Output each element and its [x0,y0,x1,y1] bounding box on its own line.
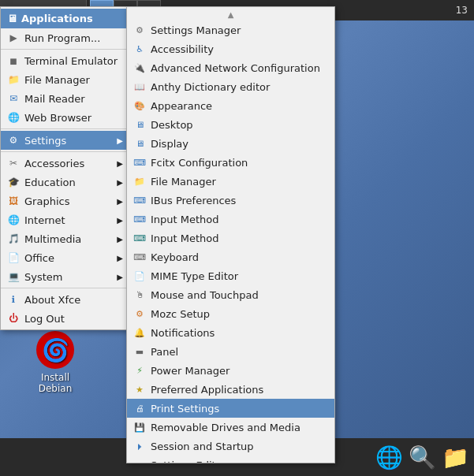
submenu-item-keyboard[interactable]: ⌨ Keyboard [127,247,334,266]
panel-icon-menu: ▬ [133,345,146,358]
search-icon: 🔍 [409,444,436,470]
system-arrow: ▶ [117,273,123,281]
settings-icon: ⚙ [7,134,20,147]
web-browser-icon: 🌐 [7,111,20,124]
panel-globe-icon[interactable]: 🌐 [373,441,405,473]
menu-item-settings[interactable]: ⚙ Settings ▶ [1,131,129,150]
menu-item-graphics[interactable]: 🖼 Graphics ▶ [1,192,129,210]
menu-item-file-manager[interactable]: 📁 File Manager [1,70,129,89]
internet-icon: 🌐 [7,214,20,226]
menu-item-terminal[interactable]: ■ Terminal Emulator [1,51,129,70]
mail-reader-icon: ✉ [7,92,20,105]
ibus-icon: ⌨ [133,194,146,206]
panel-folder-icon[interactable]: 📁 [439,441,471,473]
settings-editor-icon: ✏ [133,459,146,463]
mime-type-icon: 📄 [133,270,146,282]
system-icon: 💻 [7,270,20,283]
submenu-item-appearance[interactable]: 🎨 Appearance [127,96,334,115]
menu-item-system[interactable]: 💻 System ▶ [1,267,129,286]
menu-item-run-program[interactable]: ▶ Run Program... [1,28,129,47]
submenu-item-desktop[interactable]: 🖥 Desktop [127,115,334,134]
notifications-icon: 🔔 [133,326,146,339]
submenu-item-session[interactable]: ⏵ Session and Startup [127,437,334,456]
session-icon: ⏵ [133,440,146,452]
run-program-icon: ▶ [7,32,20,44]
scroll-up-indicator[interactable]: ▲ [127,9,334,20]
globe-icon: 🌐 [375,444,403,470]
display-icon: 🖥 [133,137,146,150]
input-method-2-icon: ⌨ [133,232,146,244]
submenu-item-fcitx[interactable]: ⌨ Fcitx Configuration [127,153,334,172]
folder-icon: 📁 [442,444,469,470]
fcitx-icon: ⌨ [133,156,146,169]
menu-separator-2 [1,128,129,129]
submenu-item-file-manager[interactable]: 📁 File Manager [127,172,334,191]
desktop-settings-icon: 🖥 [133,118,146,131]
apps-menu-icon: 🖥 [7,13,17,24]
mouse-icon: 🖱 [133,288,146,301]
submenu-item-notifications[interactable]: 🔔 Notifications [127,323,334,342]
accessories-arrow: ▶ [117,159,123,168]
logout-icon: ⏻ [7,312,20,325]
file-manager-icon: 📁 [7,73,20,86]
menu-item-mail-reader[interactable]: ✉ Mail Reader [1,89,129,108]
submenu-item-settings-manager[interactable]: ⚙ Settings Manager [127,20,334,39]
install-debian-label: Install Debian [24,372,87,394]
submenu-item-mozc[interactable]: ⚙ Mozc Setup [127,304,334,323]
submenu-item-accessibility[interactable]: ♿ Accessibility [127,39,334,58]
menu-item-multimedia[interactable]: 🎵 Multimedia ▶ [1,229,129,248]
install-debian-icon[interactable]: 🌀 Install Debian [24,331,87,394]
menu-item-log-out[interactable]: ⏻ Log Out [1,309,129,328]
anthy-icon: 📖 [133,80,146,93]
internet-arrow: ▶ [117,216,123,225]
about-icon: ℹ [7,293,20,306]
menu-separator-3 [1,151,129,152]
submenu-item-removable-drives[interactable]: 💾 Removable Drives and Media [127,418,334,437]
terminal-icon: ■ [7,54,20,67]
main-menu-header: 🖥 Applications [1,9,129,28]
submenu-item-input-method-1[interactable]: ⌨ Input Method [127,210,334,229]
submenu-item-anthy[interactable]: 📖 Anthy Dictionary editor [127,77,334,96]
education-arrow: ▶ [117,178,123,187]
submenu-item-settings-editor[interactable]: ✏ Settings Editor [127,456,334,463]
submenu-item-display[interactable]: 🖥 Display [127,134,334,153]
removable-drives-icon: 💾 [133,421,146,433]
menu-item-internet[interactable]: 🌐 Internet ▶ [1,210,129,229]
menu-separator-1 [1,49,129,50]
submenu-item-input-method-2[interactable]: ⌨ Input Method [127,229,334,247]
file-manager-settings-icon: 📁 [133,175,146,188]
graphics-icon: 🖼 [7,195,20,207]
menu-item-education[interactable]: 🎓 Education ▶ [1,173,129,192]
debian-icon-image: 🌀 [36,331,74,369]
submenu-item-power[interactable]: ⚡ Power Manager [127,361,334,380]
settings-manager-icon: ⚙ [133,24,146,36]
graphics-arrow: ▶ [117,197,123,206]
menu-item-about-xfce[interactable]: ℹ About Xfce [1,290,129,309]
multimedia-arrow: ▶ [117,235,123,244]
submenu-item-panel[interactable]: ▬ Panel [127,342,334,361]
education-icon: 🎓 [7,176,20,188]
menu-item-office[interactable]: 📄 Office ▶ [1,248,129,267]
submenu-item-print-settings[interactable]: 🖨 Print Settings [127,399,334,418]
submenu-item-advanced-network[interactable]: 🔌 Advanced Network Configuration [127,58,334,77]
office-icon: 📄 [7,251,20,264]
menu-item-accessories[interactable]: ✂ Accessories ▶ [1,154,129,173]
submenu-item-ibus[interactable]: ⌨ IBus Preferences [127,191,334,210]
keyboard-icon: ⌨ [133,251,146,263]
taskbar-clock: 13 [450,0,474,20]
appearance-icon: 🎨 [133,99,146,112]
input-method-1-icon: ⌨ [133,213,146,225]
submenu-item-mouse[interactable]: 🖱 Mouse and Touchpad [127,285,334,304]
menu-item-web-browser[interactable]: 🌐 Web Browser [1,108,129,127]
network-icon: 🔌 [133,61,146,74]
panel-search-icon[interactable]: 🔍 [406,441,438,473]
office-arrow: ▶ [117,254,123,262]
mozc-icon: ⚙ [133,307,146,320]
submenu-item-mime-type[interactable]: 📄 MIME Type Editor [127,266,334,285]
submenu-item-preferred-apps[interactable]: ★ Preferred Applications [127,380,334,399]
accessibility-icon: ♿ [133,43,146,55]
preferred-apps-icon: ★ [133,383,146,396]
settings-arrow: ▶ [117,136,123,145]
settings-submenu: ▲ ⚙ Settings Manager ♿ Accessibility 🔌 A… [126,6,335,463]
accessories-icon: ✂ [7,157,20,169]
